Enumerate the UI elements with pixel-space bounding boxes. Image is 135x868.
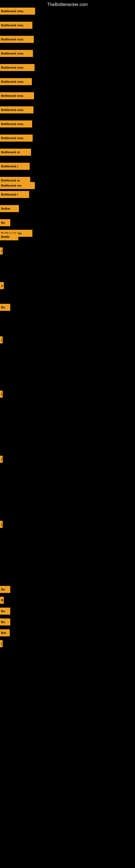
bar-item: s: [0, 282, 4, 289]
bar-item: Bottleneck resu: [0, 92, 34, 99]
bar-item: Bottleneck re: [0, 149, 31, 156]
bar-item: Bottleneck resu: [0, 134, 33, 142]
bar-label: Bottleneck resu: [0, 106, 34, 113]
bar-label: Bottleneck resu: [0, 36, 34, 43]
bar-item: Bottleneck resu: [0, 78, 32, 85]
bar-label: |: [0, 336, 3, 343]
bar-label: Bo: [0, 618, 10, 625]
bar-label: B: [0, 597, 4, 604]
bar-label: Bo: [0, 304, 10, 311]
bar-item: Bot: [0, 629, 10, 637]
bar-item: B: [0, 597, 4, 604]
bar-label: Bot: [0, 629, 10, 637]
bar-label: Bo: [0, 219, 10, 226]
bar-item: Bo: [0, 608, 10, 615]
bar-label: |: [0, 456, 3, 463]
bar-label: Bottleneck resu: [0, 78, 32, 85]
bar-item: Bottleneck resu: [0, 64, 35, 71]
bar-item: Bo: [0, 304, 10, 311]
bar-label: |: [0, 521, 3, 528]
bar-item: Bottleneck res: [0, 182, 35, 189]
bar-label: s: [0, 282, 4, 289]
bar-label: Bottleneck resu: [0, 134, 33, 142]
bar-item: Bo: [0, 618, 10, 625]
bar-label: Bottleneck resu: [0, 8, 35, 14]
bar-item: Bottleneck resu: [0, 106, 34, 113]
bar-label: Bo: [0, 586, 10, 593]
bar-label: Botlne: [0, 205, 19, 212]
bar-item: Bottleneck resu: [0, 36, 34, 43]
bar-item: Bottle: [0, 233, 18, 240]
bar-item: |: [0, 640, 3, 647]
bar-label: Bottle: [0, 233, 18, 240]
bar-item: Bottleneck r: [0, 191, 29, 198]
bar-label: Bottleneck resu: [0, 120, 32, 127]
bar-item: Bottleneck resu: [0, 50, 33, 57]
bar-item: |: [0, 456, 3, 463]
bar-label: Bottleneck resu: [0, 22, 32, 29]
bar-label: Bottleneck r: [0, 163, 30, 170]
bar-item: Botlne: [0, 205, 19, 212]
bar-item: |: [0, 521, 3, 528]
bar-label: Bottleneck r: [0, 191, 29, 198]
bar-item: Bo: [0, 586, 10, 593]
bar-label: Bottleneck resu: [0, 64, 35, 71]
bar-item: Bottleneck resu: [0, 8, 35, 14]
bar-label: Bottleneck res: [0, 182, 35, 189]
bar-label: Bottleneck re: [0, 149, 31, 156]
bar-label: Bo: [0, 608, 10, 615]
bar-item: |: [0, 247, 3, 254]
bar-label: Bottleneck resu: [0, 92, 34, 99]
bar-item: Bo: [0, 219, 10, 226]
bar-item: Bottleneck resu: [0, 22, 32, 29]
bar-label: |: [0, 391, 3, 398]
bar-label: |: [0, 247, 3, 254]
bar-label: Bottleneck resu: [0, 50, 33, 57]
bar-item: |: [0, 336, 3, 343]
bar-item: Bottleneck r: [0, 163, 30, 170]
bar-item: Bottleneck resu: [0, 120, 32, 127]
bar-label: |: [0, 640, 3, 647]
bar-item: |: [0, 391, 3, 398]
